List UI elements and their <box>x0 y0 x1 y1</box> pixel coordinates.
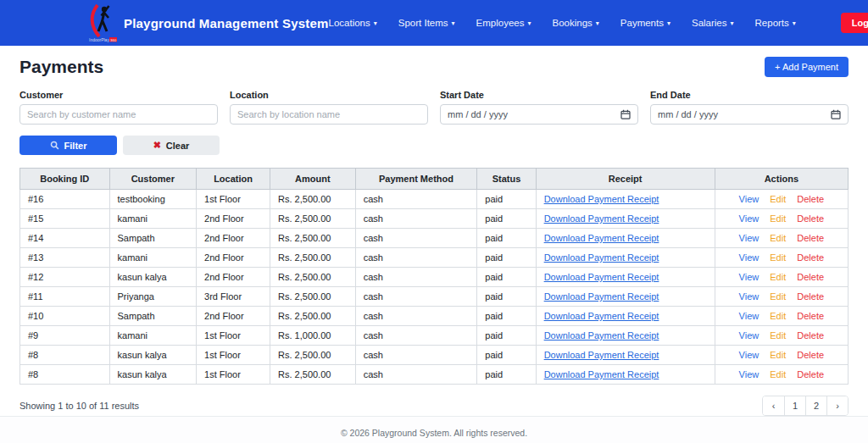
nav-item-sport-items[interactable]: Sport Items ▾ <box>398 18 455 28</box>
edit-link[interactable]: Edit <box>770 330 786 341</box>
delete-link[interactable]: Delete <box>797 194 824 204</box>
booking-id-cell: #13 <box>20 248 110 268</box>
view-link[interactable]: View <box>739 330 760 341</box>
nav-item-employees[interactable]: Employees ▾ <box>476 18 531 28</box>
nav-item-payments[interactable]: Payments ▾ <box>620 18 670 28</box>
status-cell: paid <box>477 229 536 248</box>
col-header-status: Status <box>477 169 536 190</box>
page-1-button[interactable]: 1 <box>784 396 805 415</box>
brand-logo-cricket-player-icon: IndoorPlay 360 <box>85 3 119 42</box>
delete-link[interactable]: Delete <box>797 291 824 302</box>
location-search-input[interactable] <box>230 104 428 125</box>
delete-link[interactable]: Delete <box>797 213 824 224</box>
main-content: Payments + Add Payment Customer Location… <box>0 46 868 416</box>
view-link[interactable]: View <box>739 350 760 360</box>
customer-cell: testbooking <box>109 190 197 209</box>
download-receipt-link[interactable]: Download Payment Receipt <box>544 369 659 379</box>
edit-link[interactable]: Edit <box>770 369 786 379</box>
edit-link[interactable]: Edit <box>770 252 786 263</box>
edit-link[interactable]: Edit <box>770 233 786 243</box>
table-row: #16 testbooking 1st Floor Rs. 2,500.00 c… <box>20 190 849 209</box>
customer-search-input[interactable] <box>19 104 218 125</box>
table-row: #10 Sampath 2nd Floor Rs. 2,500.00 cash … <box>20 307 849 326</box>
caret-down-icon: ▾ <box>667 20 670 27</box>
nav-item-locations[interactable]: Locations ▾ <box>329 18 377 28</box>
table-row: #8 kasun kalya 1st Floor Rs. 2,500.00 ca… <box>20 365 849 385</box>
end-date-input[interactable]: mm / dd / yyyy <box>650 104 849 125</box>
nav-item-salaries[interactable]: Salaries ▾ <box>692 18 734 28</box>
amount-cell: Rs. 2,500.00 <box>270 268 356 287</box>
delete-link[interactable]: Delete <box>797 233 824 243</box>
payment-method-cell: cash <box>355 248 477 268</box>
delete-link[interactable]: Delete <box>797 272 824 282</box>
view-link[interactable]: View <box>739 194 760 204</box>
view-link[interactable]: View <box>739 369 760 379</box>
booking-id-cell: #12 <box>20 268 110 287</box>
col-header-customer: Customer <box>109 169 197 190</box>
view-link[interactable]: View <box>739 233 760 243</box>
calendar-icon[interactable] <box>831 109 841 119</box>
filter-button[interactable]: Filter <box>19 136 117 155</box>
actions-cell: View Edit Delete <box>715 346 848 365</box>
actions-cell: View Edit Delete <box>715 209 848 229</box>
copyright-text: © 2026 Playground System. All rights res… <box>341 428 527 438</box>
location-cell: 2nd Floor <box>197 307 270 326</box>
delete-link[interactable]: Delete <box>797 330 824 341</box>
payment-method-cell: cash <box>355 326 477 346</box>
customer-label: Customer <box>19 90 218 100</box>
customer-cell: Sampath <box>109 229 197 248</box>
view-link[interactable]: View <box>739 213 760 224</box>
receipt-cell: Download Payment Receipt <box>536 190 715 209</box>
delete-link[interactable]: Delete <box>797 350 824 360</box>
edit-link[interactable]: Edit <box>770 194 786 204</box>
view-link[interactable]: View <box>739 291 760 302</box>
col-header-payment-method: Payment Method <box>355 169 477 190</box>
calendar-icon[interactable] <box>620 109 631 119</box>
actions-cell: View Edit Delete <box>715 307 848 326</box>
download-receipt-link[interactable]: Download Payment Receipt <box>544 311 659 321</box>
download-receipt-link[interactable]: Download Payment Receipt <box>544 330 659 341</box>
logout-button[interactable]: Logout <box>841 13 868 33</box>
download-receipt-link[interactable]: Download Payment Receipt <box>544 291 659 302</box>
view-link[interactable]: View <box>739 272 760 282</box>
amount-cell: Rs. 2,500.00 <box>270 287 356 307</box>
nav-item-bookings[interactable]: Bookings ▾ <box>552 18 598 28</box>
booking-id-cell: #15 <box>20 209 110 229</box>
add-payment-button[interactable]: + Add Payment <box>765 57 849 77</box>
download-receipt-link[interactable]: Download Payment Receipt <box>544 213 659 224</box>
clear-button[interactable]: ✖ Clear <box>123 136 220 155</box>
edit-link[interactable]: Edit <box>770 311 786 321</box>
delete-link[interactable]: Delete <box>797 311 824 321</box>
actions-cell: View Edit Delete <box>715 248 848 268</box>
edit-link[interactable]: Edit <box>770 350 786 360</box>
payment-method-cell: cash <box>355 209 477 229</box>
download-receipt-link[interactable]: Download Payment Receipt <box>544 194 659 204</box>
download-receipt-link[interactable]: Download Payment Receipt <box>544 272 659 282</box>
table-header-row: Booking ID Customer Location Amount Paym… <box>20 169 849 190</box>
customer-cell: kasun kalya <box>109 268 197 287</box>
delete-link[interactable]: Delete <box>797 252 824 263</box>
view-link[interactable]: View <box>739 252 760 263</box>
caret-down-icon: ▾ <box>527 20 531 27</box>
payment-method-cell: cash <box>355 268 477 287</box>
main-nav: Locations ▾ Sport Items ▾ Employees ▾ Bo… <box>329 13 868 33</box>
page-title: Payments <box>19 57 103 77</box>
next-page-button[interactable]: › <box>826 396 848 415</box>
customer-cell: kamani <box>109 248 197 268</box>
prev-page-button[interactable]: ‹ <box>763 396 784 415</box>
page-2-button[interactable]: 2 <box>805 396 826 415</box>
customer-cell: kasun kalya <box>109 365 197 385</box>
nav-item-reports[interactable]: Reports ▾ <box>755 18 796 28</box>
table-row: #13 kamani 2nd Floor Rs. 2,500.00 cash p… <box>20 248 849 268</box>
edit-link[interactable]: Edit <box>770 272 786 282</box>
caret-down-icon: ▾ <box>596 20 599 27</box>
download-receipt-link[interactable]: Download Payment Receipt <box>544 252 659 263</box>
delete-link[interactable]: Delete <box>797 369 824 379</box>
edit-link[interactable]: Edit <box>770 291 786 302</box>
start-date-input[interactable]: mm / dd / yyyy <box>440 104 638 125</box>
download-receipt-link[interactable]: Download Payment Receipt <box>544 350 659 360</box>
edit-link[interactable]: Edit <box>770 213 786 224</box>
download-receipt-link[interactable]: Download Payment Receipt <box>544 233 659 243</box>
col-header-actions: Actions <box>715 169 848 190</box>
view-link[interactable]: View <box>739 311 760 321</box>
